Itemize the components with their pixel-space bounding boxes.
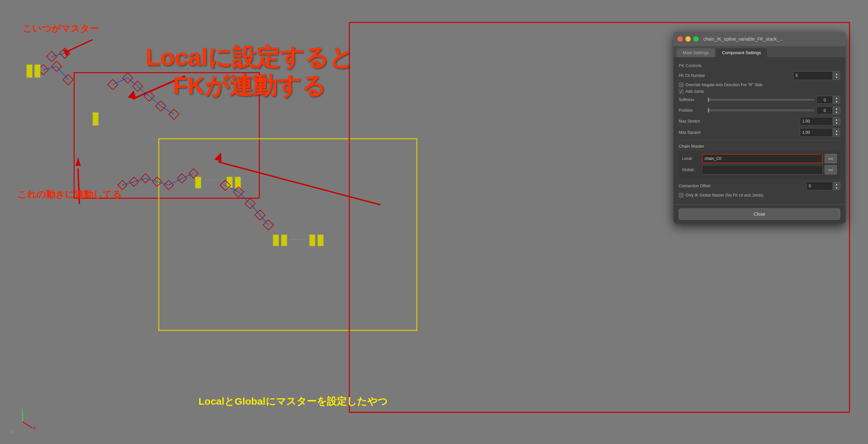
svg-marker-10 — [214, 152, 222, 162]
svg-rect-49 — [235, 177, 241, 188]
chain-master-section: Local: << Global: << — [679, 151, 840, 179]
maximize-traffic-light[interactable] — [693, 36, 699, 42]
connection-offset-row: Connection Offset ▲▼ — [679, 182, 840, 190]
settings-panel: chain_IK_spline_variable_FK_stack_... Ma… — [674, 32, 845, 224]
add-joints-checkbox[interactable]: ✓ — [679, 89, 683, 94]
position-spinner[interactable]: ▲▼ — [833, 106, 840, 114]
annotation-rendo: これの動きに連動してる — [17, 188, 122, 201]
position-row: Position 0 ▲▼ — [679, 106, 840, 114]
svg-line-18 — [57, 66, 68, 80]
fk-ctl-number-input[interactable] — [793, 71, 833, 80]
connection-offset-spinner[interactable]: ▲▼ — [833, 182, 840, 190]
svg-text:X: X — [33, 426, 36, 431]
svg-marker-4 — [63, 49, 70, 57]
svg-rect-42 — [177, 174, 187, 183]
svg-rect-22 — [122, 73, 133, 83]
svg-line-57 — [250, 204, 260, 215]
close-traffic-light[interactable] — [678, 36, 683, 42]
global-input[interactable] — [702, 165, 823, 174]
max-squash-spinner[interactable]: ▲▼ — [833, 129, 840, 136]
softness-value: 0 — [816, 96, 833, 104]
svg-rect-20 — [34, 64, 40, 78]
only-ik-row: Only IK Global Master (No FK ctl and Joi… — [679, 193, 840, 198]
local-input[interactable] — [702, 154, 823, 163]
axes-indicator: X Y z — [9, 408, 36, 435]
tab-component-settings[interactable]: Component Settings — [716, 48, 767, 57]
local-arrow-button[interactable]: << — [825, 154, 837, 163]
svg-line-31 — [161, 106, 174, 114]
svg-line-38 — [122, 182, 134, 185]
add-joints-row: ✓ Add Joints — [679, 89, 840, 94]
add-joints-label: Add Joints — [685, 89, 704, 94]
svg-rect-23 — [132, 81, 143, 91]
panel-title: chain_IK_spline_variable_FK_stack_... — [703, 36, 841, 42]
svg-rect-62 — [309, 235, 315, 246]
center-line1: Localに設定すると — [146, 43, 353, 71]
svg-marker-6 — [75, 157, 81, 166]
tab-main-settings[interactable]: Main Settings — [677, 48, 715, 57]
svg-rect-60 — [281, 235, 287, 246]
softness-track[interactable] — [707, 99, 814, 101]
svg-line-28 — [128, 78, 137, 86]
max-stretch-row: Max Stretch ▲▼ — [679, 117, 840, 126]
svg-rect-53 — [255, 210, 265, 220]
svg-line-9 — [218, 162, 380, 205]
svg-text:z: z — [10, 430, 12, 434]
svg-rect-51 — [233, 186, 244, 197]
max-stretch-label: Max Stretch — [679, 119, 800, 124]
svg-rect-48 — [226, 177, 232, 188]
max-stretch-input[interactable] — [800, 117, 833, 126]
global-row: Global: << — [682, 165, 837, 174]
max-squash-input[interactable] — [800, 128, 833, 137]
svg-rect-26 — [169, 109, 179, 119]
global-arrow-button[interactable]: << — [825, 165, 837, 174]
center-line2: FKが連動する — [146, 71, 353, 100]
svg-marker-8 — [128, 91, 136, 99]
viewport: こいつがマスター これの動きに連動してる Localに設定すると FKが連動する… — [0, 0, 868, 444]
svg-line-58 — [260, 215, 268, 225]
svg-rect-52 — [245, 198, 255, 208]
close-button[interactable]: Close — [679, 208, 840, 220]
svg-rect-36 — [153, 177, 162, 186]
panel-titlebar: chain_IK_spline_variable_FK_stack_... — [674, 32, 845, 46]
svg-line-64 — [23, 421, 32, 428]
svg-line-40 — [146, 178, 157, 182]
override-checkbox[interactable] — [679, 82, 683, 87]
override-checkbox-row: Override Negate Axis Direction For "R" S… — [679, 82, 840, 87]
svg-rect-54 — [263, 220, 273, 230]
minimize-traffic-light[interactable] — [685, 36, 691, 42]
connection-offset-input[interactable] — [806, 182, 833, 190]
svg-rect-19 — [27, 64, 32, 78]
panel-footer: Close — [674, 204, 845, 224]
softness-row: Softness 0 ▲▼ — [679, 96, 840, 104]
svg-rect-34 — [129, 177, 138, 186]
svg-rect-21 — [107, 79, 118, 90]
svg-rect-50 — [220, 180, 230, 190]
local-row: Local: << — [682, 154, 837, 163]
softness-spinner[interactable]: ▲▼ — [833, 96, 840, 104]
svg-line-56 — [239, 192, 250, 204]
fk-controls-label: FK Controls — [679, 63, 840, 68]
annotation-master: こいつがマスター — [23, 23, 99, 35]
fk-ctl-number-row: FK Ctl Number ▲ ▼ — [679, 71, 840, 80]
max-stretch-spinner[interactable]: ▲▼ — [833, 117, 840, 125]
only-ik-checkbox[interactable] — [679, 193, 683, 198]
fk-ctl-number-spinner[interactable]: ▲ ▼ — [833, 71, 840, 80]
position-value: 0 — [816, 106, 833, 114]
svg-line-3 — [65, 40, 93, 52]
svg-rect-35 — [141, 174, 150, 183]
svg-line-17 — [43, 66, 57, 70]
softness-label: Softness — [679, 98, 705, 102]
connection-offset-label: Connection Offset — [679, 184, 806, 188]
svg-rect-1 — [159, 139, 417, 330]
fk-ctl-number-label: FK Ctl Number — [679, 73, 793, 78]
svg-rect-25 — [155, 101, 166, 111]
override-label: Override Negate Axis Direction For "R" S… — [685, 82, 763, 87]
svg-rect-13 — [38, 64, 48, 75]
max-squash-label: Max Squash — [679, 130, 800, 135]
only-ik-label: Only IK Global Master (No FK ctl and Joi… — [685, 193, 764, 198]
panel-content: FK Controls FK Ctl Number ▲ ▼ Override N… — [674, 57, 845, 204]
chain-master-label: Chain Master — [679, 144, 840, 149]
position-track[interactable] — [707, 109, 814, 111]
svg-rect-59 — [273, 235, 279, 246]
